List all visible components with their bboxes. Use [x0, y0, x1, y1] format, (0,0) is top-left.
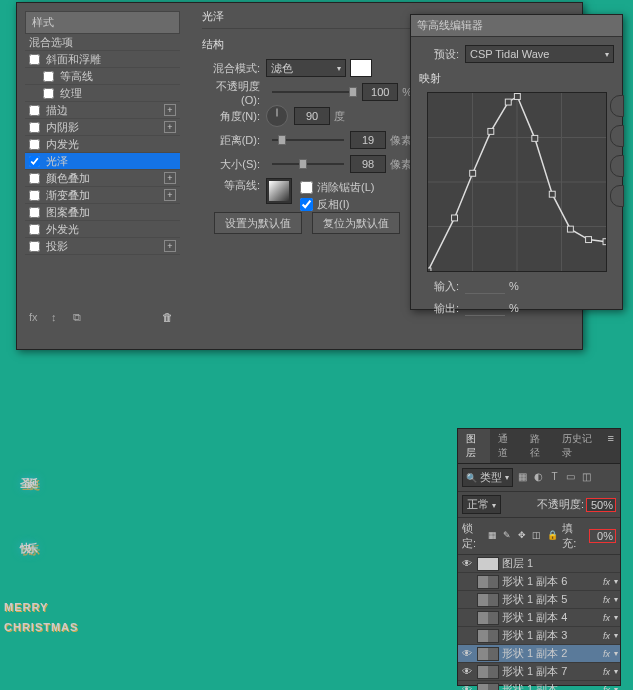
style-纹理[interactable]: 纹理 — [25, 85, 180, 102]
style-内阴影[interactable]: 内阴影+ — [25, 119, 180, 136]
side-button[interactable] — [610, 95, 624, 117]
lock-position-icon[interactable]: ✥ — [518, 530, 529, 542]
blending-options[interactable]: 混合选项 — [25, 34, 180, 51]
fx-badge[interactable]: fx — [603, 685, 610, 691]
style-checkbox[interactable] — [29, 173, 40, 184]
size-value[interactable]: 98 — [350, 155, 386, 173]
style-外发光[interactable]: 外发光 — [25, 221, 180, 238]
style-渐变叠加[interactable]: 渐变叠加+ — [25, 187, 180, 204]
style-描边[interactable]: 描边+ — [25, 102, 180, 119]
add-icon[interactable]: + — [164, 189, 176, 201]
style-投影[interactable]: 投影+ — [25, 238, 180, 255]
visibility-icon[interactable]: 👁 — [460, 666, 474, 677]
layer-fill-value[interactable]: 0% — [589, 529, 616, 543]
distance-slider[interactable] — [272, 133, 344, 147]
opacity-slider[interactable] — [272, 85, 356, 99]
tab-paths[interactable]: 路径 — [522, 429, 554, 463]
make-default-button[interactable]: 设置为默认值 — [214, 212, 302, 234]
style-checkbox[interactable] — [29, 54, 40, 65]
style-checkbox[interactable] — [29, 122, 40, 133]
style-dup-icon[interactable]: ⧉ — [73, 311, 87, 325]
lock-all-icon[interactable]: 🔒 — [547, 530, 558, 542]
input-value[interactable] — [465, 278, 505, 294]
blend-mode-select[interactable]: 滤色▾ — [266, 59, 346, 77]
style-等高线[interactable]: 等高线 — [25, 68, 180, 85]
output-value[interactable] — [465, 300, 505, 316]
style-checkbox[interactable] — [43, 88, 54, 99]
layer-row[interactable]: 👁形状 1 副本 7fx▾ — [458, 663, 620, 681]
style-checkbox[interactable] — [43, 71, 54, 82]
reset-default-button[interactable]: 复位为默认值 — [312, 212, 400, 234]
layer-row[interactable]: 形状 1 副本 5fx▾ — [458, 591, 620, 609]
size-slider[interactable] — [272, 157, 344, 171]
chevron-down-icon[interactable]: ▾ — [614, 595, 618, 604]
fx-badge[interactable]: fx — [603, 649, 610, 659]
style-checkbox[interactable] — [29, 190, 40, 201]
style-checkbox[interactable] — [29, 207, 40, 218]
filter-shape-icon[interactable]: ▭ — [564, 471, 577, 484]
panel-menu-icon[interactable]: ≡ — [602, 429, 620, 463]
style-光泽[interactable]: 光泽 — [25, 153, 180, 170]
style-up-icon[interactable]: ↕ — [51, 311, 65, 325]
layer-opacity-value[interactable]: 50% — [586, 498, 616, 512]
curve-canvas[interactable] — [427, 92, 607, 272]
tab-history[interactable]: 历史记录 — [554, 429, 602, 463]
layer-row[interactable]: 👁形状 1 副本 2fx▾ — [458, 645, 620, 663]
blend-mode-select[interactable]: 正常 ▾ — [462, 495, 501, 514]
add-icon[interactable]: + — [164, 172, 176, 184]
filter-pixel-icon[interactable]: ▦ — [516, 471, 529, 484]
color-swatch[interactable] — [350, 59, 372, 77]
style-checkbox[interactable] — [29, 156, 40, 167]
tab-layers[interactable]: 图层 — [458, 429, 490, 463]
layer-row[interactable]: 形状 1 副本 3fx▾ — [458, 627, 620, 645]
lock-pixels-icon[interactable]: ▦ — [488, 530, 499, 542]
style-checkbox[interactable] — [29, 241, 40, 252]
style-斜面和浮雕[interactable]: 斜面和浮雕 — [25, 51, 180, 68]
filter-smart-icon[interactable]: ◫ — [580, 471, 593, 484]
style-checkbox[interactable] — [29, 224, 40, 235]
layer-row[interactable]: 👁形状 1 副本fx▾ — [458, 681, 620, 690]
visibility-icon[interactable]: 👁 — [460, 558, 474, 569]
chevron-down-icon[interactable]: ▾ — [614, 631, 618, 640]
fx-badge[interactable]: fx — [603, 631, 610, 641]
invert-checkbox[interactable] — [300, 198, 313, 211]
lock-brush-icon[interactable]: ✎ — [503, 530, 514, 542]
layer-row[interactable]: 👁图层 1 — [458, 555, 620, 573]
style-内发光[interactable]: 内发光 — [25, 136, 180, 153]
chevron-down-icon[interactable]: ▾ — [614, 649, 618, 658]
filter-kind-select[interactable]: 🔍类型▾ — [462, 468, 513, 487]
style-checkbox[interactable] — [29, 139, 40, 150]
distance-value[interactable]: 19 — [350, 131, 386, 149]
visibility-icon[interactable]: 👁 — [460, 648, 474, 659]
layer-row[interactable]: 形状 1 副本 4fx▾ — [458, 609, 620, 627]
add-icon[interactable]: + — [164, 240, 176, 252]
side-button[interactable] — [610, 125, 624, 147]
chevron-down-icon[interactable]: ▾ — [614, 613, 618, 622]
style-颜色叠加[interactable]: 颜色叠加+ — [25, 170, 180, 187]
fx-badge[interactable]: fx — [603, 577, 610, 587]
filter-adjust-icon[interactable]: ◐ — [532, 471, 545, 484]
preset-select[interactable]: CSP Tidal Wave▾ — [465, 45, 614, 63]
contour-picker[interactable] — [266, 178, 292, 204]
filter-type-icon[interactable]: T — [548, 471, 561, 484]
visibility-icon[interactable]: 👁 — [460, 684, 474, 690]
chevron-down-icon[interactable]: ▾ — [614, 667, 618, 676]
add-icon[interactable]: + — [164, 104, 176, 116]
angle-value[interactable]: 90 — [294, 107, 330, 125]
side-button[interactable] — [610, 185, 624, 207]
add-icon[interactable]: + — [164, 121, 176, 133]
style-图案叠加[interactable]: 图案叠加 — [25, 204, 180, 221]
layer-row[interactable]: 形状 1 副本 6fx▾ — [458, 573, 620, 591]
tab-channels[interactable]: 通道 — [490, 429, 522, 463]
fx-badge[interactable]: fx — [603, 667, 610, 677]
trash-icon[interactable]: 🗑 — [162, 311, 176, 325]
chevron-down-icon[interactable]: ▾ — [614, 685, 618, 690]
opacity-value[interactable]: 100 — [362, 83, 398, 101]
fx-badge[interactable]: fx — [603, 595, 610, 605]
side-button[interactable] — [610, 155, 624, 177]
fx-badge[interactable]: fx — [603, 613, 610, 623]
fx-icon[interactable]: fx — [29, 311, 43, 325]
lock-artboard-icon[interactable]: ◫ — [532, 530, 543, 542]
chevron-down-icon[interactable]: ▾ — [614, 577, 618, 586]
style-checkbox[interactable] — [29, 105, 40, 116]
